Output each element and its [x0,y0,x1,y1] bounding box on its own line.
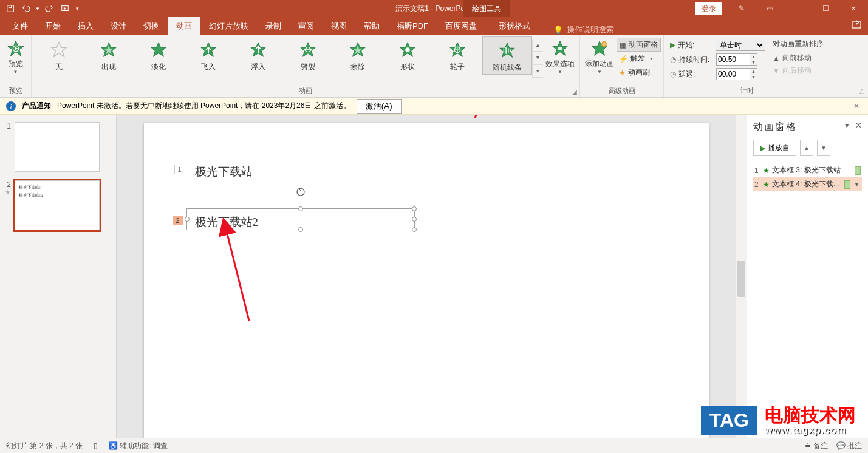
slide-counter[interactable]: 幻灯片 第 2 张，共 2 张 [6,441,83,451]
animation-painter-button[interactable]: ★动画刷 [617,66,661,80]
window-title: 演示文稿1 - PowerPoint [395,4,473,14]
animation-pane-button[interactable]: ▦动画窗格 [617,38,661,52]
start-select[interactable]: 单击时 [716,39,765,51]
notice-message: PowerPoint 未激活。若要无中断地继续使用 PowerPoint，请在 … [57,101,350,111]
resize-handle-w[interactable] [185,217,190,222]
accessibility-checker[interactable]: ♿ 辅助功能: 调查 [109,441,168,451]
slide-thumbnail-2[interactable]: 极光下载站极光下载站2 [15,180,100,230]
move-up-button[interactable]: ▲ [800,140,813,156]
duration-input[interactable] [716,53,750,66]
resize-handle-e[interactable] [412,217,417,222]
collapse-ribbon-icon[interactable]: ㄥ [859,87,866,96]
tab-help[interactable]: 帮助 [355,17,388,35]
tab-file[interactable]: 文件 [4,17,36,35]
move-later-button[interactable]: ▼向后移动 [773,64,824,77]
anim-appear[interactable]: 出现 [84,36,134,75]
rotate-handle[interactable] [296,187,306,197]
preview-button[interactable]: 预览 ▼ [2,36,29,77]
slide-thumbnail-1[interactable] [15,122,100,172]
tab-shape-format[interactable]: 形状格式 [490,17,539,35]
anim-fade[interactable]: 淡化 [134,36,183,75]
vertical-scrollbar[interactable] [736,115,747,438]
spinner-up[interactable]: ▲ [750,69,757,74]
annotation-arrow-3 [470,115,513,123]
activate-button[interactable]: 激活(A) [357,99,402,114]
delay-input[interactable] [716,68,750,80]
spinner-down[interactable]: ▼ [750,74,757,80]
trigger-button[interactable]: ⚡触发▾ [617,52,661,66]
anim-wipe[interactable]: 擦除 [333,36,383,75]
notice-close-icon[interactable]: ✕ [851,102,862,111]
tab-insert[interactable]: 插入 [69,17,102,35]
add-animation-button[interactable]: 添加动画 ▼ [583,36,617,77]
gallery-scroll-up[interactable]: ▲ [533,39,543,52]
tab-record[interactable]: 录制 [257,17,290,35]
anim-split[interactable]: 劈裂 [283,36,333,75]
svg-rect-1 [9,5,11,8]
undo-icon[interactable] [18,1,34,16]
item-dropdown-icon[interactable]: ▼ [853,182,861,188]
minimize-icon[interactable]: — [784,1,811,16]
down-arrow-icon: ▼ [773,67,780,75]
animation-dialog-launcher[interactable]: ◢ [571,88,578,95]
resize-handle-se[interactable] [412,227,417,232]
slide-canvas[interactable]: 1 极光下载站 2 极光下载站2 [144,123,709,438]
close-icon[interactable]: ✕ [840,1,867,16]
maximize-icon[interactable]: ☐ [812,1,839,16]
animation-gallery[interactable]: 无 出现 淡化 飞入 浮入 劈裂 擦除 形状 轮子 随机线条 [34,36,532,75]
comments-button[interactable]: 💬 批注 [836,441,862,451]
qat-customize-icon[interactable]: ▾ [73,1,81,16]
timeline-bar[interactable] [855,166,861,175]
share-icon[interactable] [851,19,862,32]
spinner-up[interactable]: ▲ [750,54,757,60]
move-earlier-button[interactable]: ▲向前移动 [773,52,824,64]
move-down-button[interactable]: ▼ [817,140,830,156]
tab-view[interactable]: 视图 [323,17,355,35]
lightbulb-icon: 💡 [553,26,563,35]
resize-handle-ne[interactable] [412,206,417,211]
play-from-button[interactable]: ▶播放自 [753,140,796,156]
anim-pane-item-1[interactable]: 1★ 文本框 3: 极光下载站 [753,163,862,177]
anim-none[interactable]: 无 [34,36,84,75]
timeline-bar[interactable] [844,180,850,189]
animation-order-1[interactable]: 1 [174,165,185,174]
anim-flyin[interactable]: 飞入 [183,36,233,75]
anim-pane-item-2[interactable]: 2★ 文本框 4: 极光下载... ▼ [753,177,862,191]
anim-random-bars[interactable]: 随机线条 [482,36,532,75]
save-icon[interactable] [2,1,18,16]
login-button[interactable]: 登录 [695,2,722,15]
tell-me-search[interactable]: 💡 操作说明搜索 [553,24,614,35]
tab-baidu[interactable]: 百度网盘 [437,17,485,35]
resize-handle-s[interactable] [298,227,303,232]
tab-foxit[interactable]: 福昕PDF [388,17,437,35]
textbox-2[interactable]: 极光下载站2 [195,214,259,230]
effect-options-icon [550,39,570,58]
tab-animations[interactable]: 动画 [168,17,200,35]
spinner-down[interactable]: ▼ [750,60,757,65]
anim-wheel[interactable]: 轮子 [432,36,482,75]
gallery-expand[interactable]: ▾ [533,65,543,78]
ribbon-display-icon[interactable]: ▭ [756,1,783,16]
start-from-beginning-icon[interactable] [57,1,73,16]
pane-close-icon[interactable]: ✕ [855,121,862,134]
undo-dropdown-icon[interactable]: ▼ [34,1,41,16]
tab-design[interactable]: 设计 [102,17,135,35]
activation-notice: i 产品通知 PowerPoint 未激活。若要无中断地继续使用 PowerPo… [0,98,868,115]
animation-order-2[interactable]: 2 [173,216,183,225]
tab-review[interactable]: 审阅 [290,17,323,35]
gallery-scroll-down[interactable]: ▼ [533,52,543,64]
tab-slideshow[interactable]: 幻灯片放映 [200,17,257,35]
eyedropper-icon[interactable]: ✎ [728,1,755,16]
pane-options-icon[interactable]: ▾ [845,121,849,134]
textbox-1[interactable]: 极光下载站 [195,164,253,180]
tab-transitions[interactable]: 切换 [135,17,168,35]
effect-options-button[interactable]: 效果选项 ▼ [543,36,577,77]
language-indicator[interactable]: ▯ [94,441,98,450]
anim-floatin[interactable]: 浮入 [233,36,283,75]
animation-indicator-icon: ★ [5,189,11,196]
resize-handle-n[interactable] [298,206,303,211]
tab-home[interactable]: 开始 [36,17,69,35]
notes-button[interactable]: ≐ 备注 [805,441,827,451]
redo-icon[interactable] [41,1,57,16]
anim-shape[interactable]: 形状 [383,36,432,75]
